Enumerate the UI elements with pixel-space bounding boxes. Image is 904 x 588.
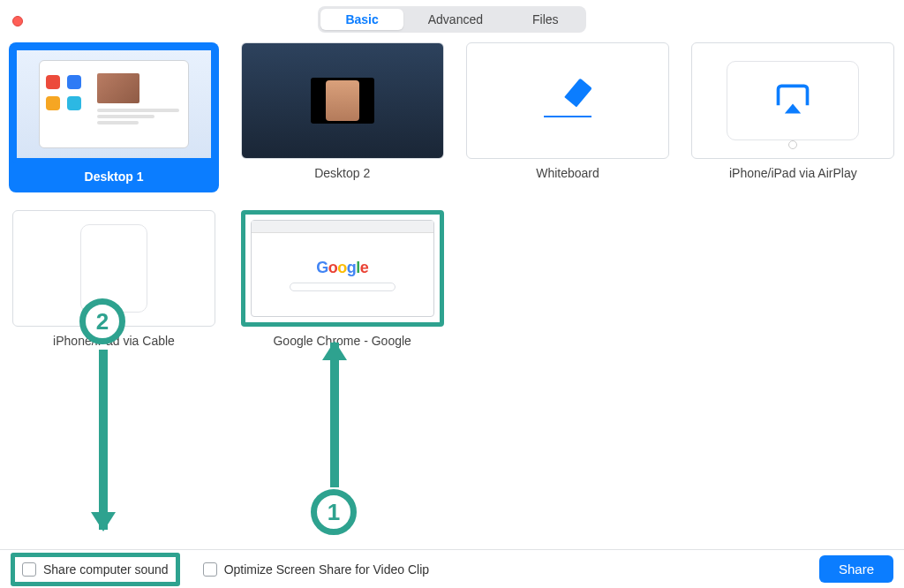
airplay-icon	[773, 79, 812, 122]
share-sound-checkbox[interactable]	[22, 562, 36, 577]
optimize-checkbox[interactable]	[203, 562, 217, 577]
label-desktop-1: Desktop 1	[85, 170, 144, 189]
google-logo: Google	[316, 259, 368, 277]
tile-desktop-2[interactable]: Desktop 2	[240, 42, 444, 192]
bottom-bar: Share computer sound Optimize Screen Sha…	[0, 549, 904, 588]
share-sound-label: Share computer sound	[43, 562, 169, 577]
annotation-step-1: 1	[311, 489, 357, 535]
annotation-arrow-2	[99, 350, 108, 530]
optimize-label: Optimize Screen Share for Video Clip	[224, 562, 429, 577]
thumb-desktop-2	[241, 42, 444, 159]
window-close-dot[interactable]	[12, 16, 23, 26]
tab-basic[interactable]: Basic	[320, 9, 403, 30]
tile-desktop-1[interactable]: Desktop 1	[9, 42, 219, 192]
tab-advanced[interactable]: Advanced	[403, 9, 508, 30]
home-button-icon	[788, 140, 797, 149]
annotation-arrow-1	[330, 343, 339, 487]
label-airplay: iPhone/iPad via AirPlay	[729, 166, 857, 180]
tab-files[interactable]: Files	[508, 9, 584, 30]
share-sound-row[interactable]: Share computer sound	[11, 553, 180, 586]
tab-group: Basic Advanced Files	[318, 6, 585, 33]
pencil-icon	[544, 84, 591, 117]
optimize-row[interactable]: Optimize Screen Share for Video Clip	[196, 557, 436, 582]
phone-cable-icon	[80, 224, 147, 313]
top-tab-bar: Basic Advanced Files	[0, 0, 904, 32]
thumb-airplay	[691, 42, 894, 159]
label-desktop-2: Desktop 2	[314, 166, 370, 180]
share-button[interactable]: Share	[819, 555, 893, 583]
annotation-step-2: 2	[79, 298, 125, 344]
tile-chrome[interactable]: Google Google Chrome - Google	[240, 210, 444, 348]
thumb-whiteboard	[466, 42, 669, 159]
tile-airplay[interactable]: iPhone/iPad via AirPlay	[691, 42, 895, 192]
tile-whiteboard[interactable]: Whiteboard	[465, 42, 669, 192]
label-whiteboard: Whiteboard	[536, 166, 599, 180]
share-options-grid: Desktop 1 Desktop 2 Whiteboard iPhone/iP…	[0, 32, 904, 348]
thumb-desktop-1	[12, 46, 215, 162]
thumb-chrome: Google	[241, 210, 444, 327]
